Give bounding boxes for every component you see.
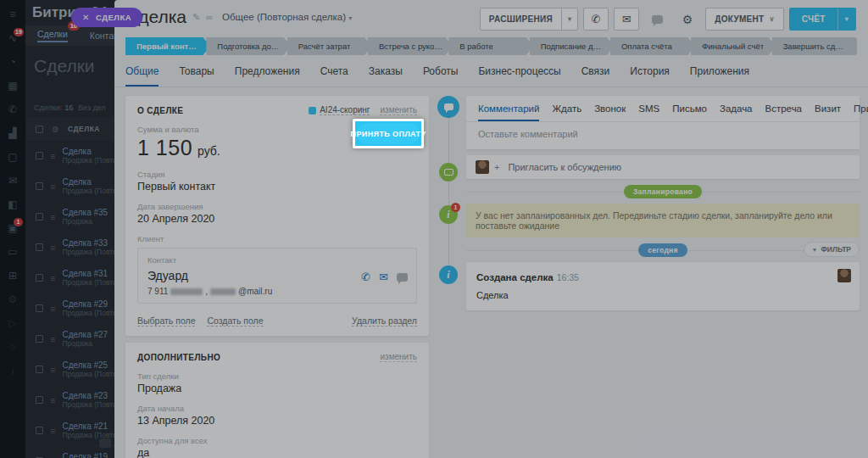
tour-dim-overlay [0,0,868,458]
tour-highlight-frame: ПРИНЯТЬ ОПЛАТУ [353,119,424,148]
screen: ≡ ∿ 19 ◔ ▦ ✆ ▟ [0,0,868,458]
accept-payment-button[interactable]: ПРИНЯТЬ ОПЛАТУ [357,123,420,144]
